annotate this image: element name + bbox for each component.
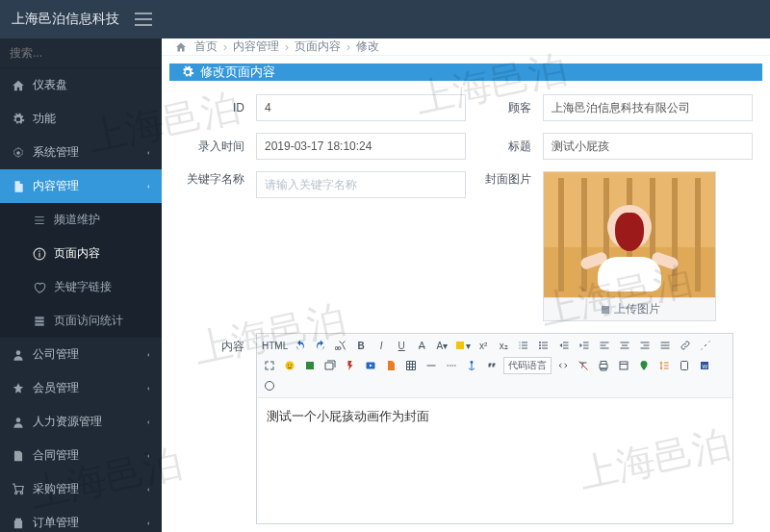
sidebar-item-label: 会员管理 [33, 380, 79, 396]
quote-icon[interactable] [483, 357, 500, 374]
crumb-page[interactable]: 页面内容 [295, 38, 341, 55]
cover-image[interactable] [544, 172, 715, 297]
italic-icon[interactable]: I [372, 337, 390, 354]
about-icon[interactable] [261, 377, 278, 394]
topbar: 上海邑泊信息科技 [0, 0, 770, 38]
sidebar-item-contract[interactable]: 合同管理 [0, 439, 162, 472]
sidebar: 仪表盘 功能 系统管理 内容管理 频道维护 [0, 38, 162, 532]
codelang-select[interactable]: 代码语言 [503, 357, 552, 374]
sidebar-item-label: 公司管理 [33, 346, 79, 363]
sidebar-item-label: 页面内容 [54, 245, 100, 262]
sidebar-item-content[interactable]: 内容管理 [0, 169, 162, 203]
strike-icon[interactable]: A [413, 337, 430, 354]
underline-icon[interactable]: U [393, 337, 410, 354]
alignleft-icon[interactable] [596, 337, 613, 354]
sidebar-item-channel[interactable]: 频道维护 [0, 203, 162, 237]
chevron-left-icon [144, 183, 152, 190]
sidebar-search [0, 38, 162, 68]
svg-rect-12 [620, 362, 628, 369]
svg-point-6 [539, 344, 541, 346]
hr-icon[interactable] [423, 357, 440, 374]
redo-icon[interactable] [312, 337, 329, 354]
editor-html-button[interactable]: HTML [261, 337, 289, 354]
id-input[interactable] [256, 94, 466, 121]
sidebar-item-label: 合同管理 [33, 447, 79, 464]
customer-select[interactable]: 上海邑泊信息科技有限公司 [543, 94, 753, 121]
table-icon[interactable] [402, 357, 420, 374]
sub-icon[interactable]: x₂ [495, 337, 512, 354]
template-icon[interactable] [615, 357, 632, 374]
sidebar-item-purchase[interactable]: 采购管理 [0, 472, 162, 506]
sidebar-item-company[interactable]: 公司管理 [0, 338, 162, 371]
title-input[interactable] [543, 133, 753, 160]
justify-icon[interactable] [656, 337, 674, 354]
chevron-left-icon [144, 385, 152, 393]
flash-icon[interactable] [342, 357, 359, 374]
baidumap-icon[interactable] [635, 357, 653, 374]
undo-icon[interactable] [292, 337, 309, 354]
anchor-icon[interactable] [463, 357, 480, 374]
ol-icon[interactable] [515, 337, 532, 354]
print-icon[interactable] [595, 357, 612, 374]
lineheight-icon[interactable] [655, 357, 673, 374]
rich-editor: HTML B I U A A▾ ▾ x² [256, 333, 733, 524]
time-label: 录入时间 [179, 139, 256, 155]
bold-icon[interactable]: B [352, 337, 370, 354]
aligncenter-icon[interactable] [616, 337, 633, 354]
sidebar-item-page-stats[interactable]: 页面访问统计 [0, 304, 162, 338]
sidebar-item-page-content[interactable]: 页面内容 [0, 237, 162, 270]
sup-icon[interactable]: x² [475, 337, 492, 354]
menu-toggle-icon[interactable] [135, 13, 152, 26]
multiimage-icon[interactable] [321, 357, 339, 374]
sidebar-item-order[interactable]: 订单管理 [0, 506, 162, 532]
sidebar-item-dashboard[interactable]: 仪表盘 [0, 68, 162, 102]
crumb-section[interactable]: 内容管理 [233, 38, 279, 55]
pagebreak-icon[interactable] [443, 357, 460, 374]
svg-text:W: W [703, 364, 708, 369]
unlink-icon[interactable] [697, 337, 714, 354]
sidebar-item-hr[interactable]: 人力资源管理 [0, 405, 162, 439]
alignright-icon[interactable] [636, 337, 654, 354]
code-icon[interactable] [554, 357, 572, 374]
indent-icon[interactable] [576, 337, 593, 354]
sidebar-item-member[interactable]: 会员管理 [0, 371, 162, 405]
ul-icon[interactable] [535, 337, 552, 354]
plainpaste-icon[interactable] [676, 357, 693, 374]
search-input[interactable] [10, 46, 154, 60]
cogs-icon [12, 146, 25, 160]
fullscreen-icon[interactable] [261, 357, 278, 374]
title-label: 标题 [466, 139, 543, 155]
contract-icon [12, 449, 25, 463]
image-icon[interactable] [301, 357, 319, 374]
image-icon [600, 304, 611, 316]
wordpaste-icon[interactable]: W [696, 357, 713, 374]
cart-icon [12, 483, 25, 496]
svg-point-0 [16, 151, 20, 155]
sidebar-item-system[interactable]: 系统管理 [0, 136, 162, 169]
chevron-left-icon [144, 486, 152, 494]
media-icon[interactable] [362, 357, 379, 374]
keyword-label: 关键字名称 [179, 171, 256, 188]
sidebar-item-keyword-link[interactable]: 关键字链接 [0, 270, 162, 304]
file-icon[interactable] [382, 357, 399, 374]
bgcolor-icon[interactable]: ▾ [453, 337, 472, 354]
crumb-sep: › [346, 40, 350, 54]
crumb-home[interactable]: 首页 [194, 38, 218, 55]
badge-icon [12, 382, 25, 395]
fontcolor-icon[interactable]: A▾ [433, 337, 450, 354]
sidebar-item-label: 人力资源管理 [33, 414, 102, 430]
emoticon-icon[interactable] [281, 357, 298, 374]
upload-image-button[interactable]: 上传图片 [544, 297, 715, 320]
removefmt-icon[interactable] [575, 357, 592, 374]
keyword-input[interactable] [256, 171, 466, 198]
chevron-left-icon [144, 149, 152, 157]
sidebar-item-label: 订单管理 [33, 515, 79, 531]
editor-content[interactable]: 测试一个小屁孩动画作为封面 [257, 398, 732, 523]
sidebar-item-function[interactable]: 功能 [0, 102, 162, 136]
link-icon[interactable] [677, 337, 694, 354]
cover-label: 封面图片 [466, 171, 543, 188]
time-input[interactable] [256, 133, 466, 160]
outdent-icon[interactable] [555, 337, 573, 354]
cut-icon[interactable] [332, 337, 349, 354]
crumb-sep: › [223, 40, 227, 54]
